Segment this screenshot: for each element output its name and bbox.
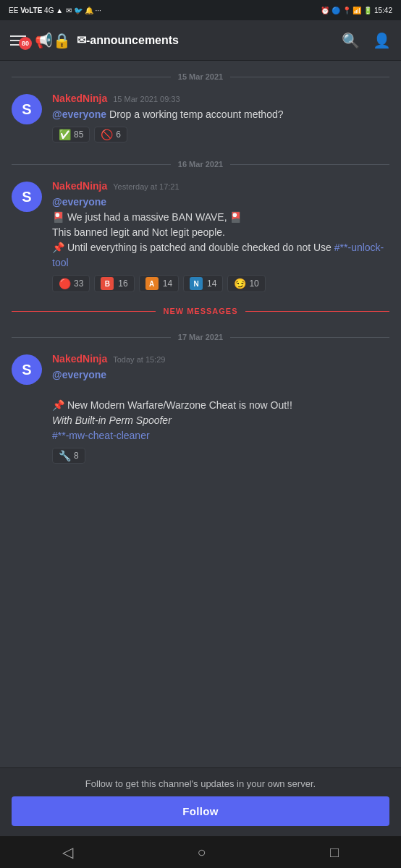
b-badge: B: [101, 277, 114, 290]
message-header-1: NakedNinja 15 Mar 2021 09:33: [52, 93, 389, 104]
reaction-red-circle[interactable]: 🔴 33: [52, 275, 90, 292]
new-messages-label: NEW MESSAGES: [163, 307, 237, 315]
reactions-1: ✅ 85 🚫 6: [52, 127, 389, 142]
message-line-2: This banned legit and Not legit people.: [52, 226, 225, 238]
reaction-count-14a: 14: [163, 278, 172, 289]
profile-icon[interactable]: 👤: [373, 32, 391, 49]
timestamp-1: 15 Mar 2021 09:33: [113, 95, 180, 103]
avatar-3: S: [12, 354, 42, 385]
mw-cheat-cleaner-link[interactable]: #**-mw-cheat-cleaner: [52, 430, 150, 441]
cross-emoji: 🚫: [101, 129, 113, 140]
avatar-1: S: [12, 94, 42, 124]
reaction-count-33: 33: [74, 278, 83, 289]
reaction-cross[interactable]: 🚫 6: [94, 127, 127, 142]
message-header-3: NakedNinja Today at 15:29: [52, 353, 389, 365]
status-right: ⏰ 🔵 📍 📶 🔋 15:42: [321, 7, 392, 14]
reactions-2: 🔴 33 B 16 A 14 N 14 😏 10: [52, 275, 389, 292]
follow-bar: Follow to get this channel's updates in …: [0, 767, 401, 836]
reaction-count-14n: 14: [207, 278, 216, 289]
notification-icons: ✉ 🐦 🔔 ···: [66, 7, 101, 14]
date-label-3: 17 Mar 2021: [178, 333, 223, 341]
message-content-3: NakedNinja Today at 15:29 @everyone 📌 Ne…: [52, 353, 389, 464]
recent-button[interactable]: □: [330, 844, 339, 861]
author-name-2: NakedNinja: [52, 180, 107, 192]
reaction-tools[interactable]: 🔧 8: [52, 448, 85, 464]
follow-description: Follow to get this channel's updates in …: [12, 778, 389, 789]
checkmark-emoji: ✅: [59, 129, 71, 140]
notification-badge: 80: [19, 37, 32, 50]
message-line-1: 🎴 We just had a massive BAN WAVE, 🎴: [52, 211, 242, 223]
message-header-2: NakedNinja Yesterday at 17:21: [52, 180, 389, 192]
tools-emoji: 🔧: [59, 450, 71, 461]
home-button[interactable]: ○: [197, 844, 206, 861]
date-divider-2: 16 Mar 2021: [0, 148, 401, 174]
new-message-line1: 📌 New Modern Warfare/Warzone Cheat is no…: [52, 399, 292, 411]
message-text-1: @everyone Drop a working temp account me…: [52, 107, 389, 122]
timestamp-2: Yesterday at 17:21: [113, 182, 179, 191]
back-button[interactable]: ◁: [62, 843, 73, 861]
reaction-count-16: 16: [118, 278, 127, 289]
author-name-3: NakedNinja: [52, 353, 107, 365]
date-divider-3: 17 Mar 2021: [0, 321, 401, 347]
android-nav: ◁ ○ □: [0, 836, 401, 868]
message-body-1: Drop a working temp account method?: [109, 109, 283, 120]
reaction-b[interactable]: B 16: [94, 275, 134, 292]
date-divider-1: 15 Mar 2021: [0, 61, 401, 87]
message-text-3: @everyone 📌 New Modern Warfare/Warzone C…: [52, 367, 389, 443]
time: ⏰ 🔵 📍 📶 🔋 15:42: [321, 7, 392, 14]
reaction-face[interactable]: 😏 10: [227, 275, 265, 292]
timestamp-3: Today at 15:29: [113, 355, 165, 364]
channel-name: ✉-announcements: [77, 33, 179, 47]
chat-area: 15 Mar 2021 S NakedNinja 15 Mar 2021 09:…: [0, 61, 401, 585]
follow-button[interactable]: Follow: [12, 796, 389, 826]
face-emoji: 😏: [234, 278, 246, 289]
mention-1: @everyone: [52, 109, 106, 120]
message-group-1: S NakedNinja 15 Mar 2021 09:33 @everyone…: [0, 87, 401, 148]
message-group-3: S NakedNinja Today at 15:29 @everyone 📌 …: [0, 347, 401, 469]
megaphone-icon: 📢🔒: [35, 32, 71, 49]
reactions-3: 🔧 8: [52, 448, 389, 464]
status-bar: EE VoLTE 4G ▲ ✉ 🐦 🔔 ··· ⏰ 🔵 📍 📶 🔋 15:42: [0, 0, 401, 20]
message-content-1: NakedNinja 15 Mar 2021 09:33 @everyone D…: [52, 93, 389, 142]
mention-2: @everyone: [52, 196, 106, 208]
date-label-2: 16 Mar 2021: [178, 160, 223, 169]
reaction-count-8: 8: [74, 451, 79, 461]
search-icon[interactable]: 🔍: [342, 32, 360, 49]
message-group-2: S NakedNinja Yesterday at 17:21 @everyon…: [0, 174, 401, 298]
message-line-3: 📌 Until everything is patched and double…: [52, 242, 334, 253]
hamburger-button[interactable]: 80: [10, 35, 26, 46]
date-label-1: 15 Mar 2021: [178, 72, 223, 81]
reaction-a[interactable]: A 14: [139, 275, 179, 292]
author-name-1: NakedNinja: [52, 93, 107, 104]
reaction-checkmark[interactable]: ✅ 85: [52, 127, 90, 142]
message-content-2: NakedNinja Yesterday at 17:21 @everyone …: [52, 180, 389, 292]
avatar-2: S: [12, 182, 42, 212]
n-badge: N: [190, 277, 203, 290]
reaction-n[interactable]: N 14: [183, 275, 223, 292]
red-circle-emoji: 🔴: [59, 278, 71, 289]
message-text-2: @everyone 🎴 We just had a massive BAN WA…: [52, 195, 389, 271]
reaction-count-10: 10: [249, 278, 258, 289]
header-actions: 🔍 👤: [342, 32, 391, 49]
mention-3: @everyone: [52, 369, 106, 380]
a-badge: A: [145, 277, 159, 290]
reaction-count-85: 85: [74, 129, 83, 140]
new-message-line2: With Built-in Perm Spoofer: [52, 414, 172, 426]
carrier-info: EE VoLTE 4G ▲: [9, 7, 63, 14]
header: 80 📢🔒 ✉-announcements 🔍 👤: [0, 20, 401, 61]
status-left: EE VoLTE 4G ▲ ✉ 🐦 🔔 ···: [9, 7, 101, 14]
channel-info: 📢🔒 ✉-announcements: [35, 32, 333, 49]
new-messages-divider: NEW MESSAGES: [0, 298, 401, 321]
reaction-count-6: 6: [116, 129, 121, 140]
